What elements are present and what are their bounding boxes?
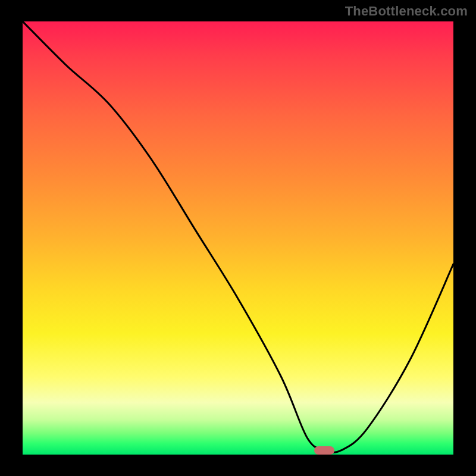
watermark-text: TheBottleneck.com: [345, 4, 468, 19]
bottleneck-curve: [23, 21, 453, 455]
chart-frame: TheBottleneck.com: [0, 0, 476, 476]
optimal-marker: [314, 446, 334, 455]
plot-area: [23, 21, 453, 455]
curve-path: [23, 21, 453, 452]
